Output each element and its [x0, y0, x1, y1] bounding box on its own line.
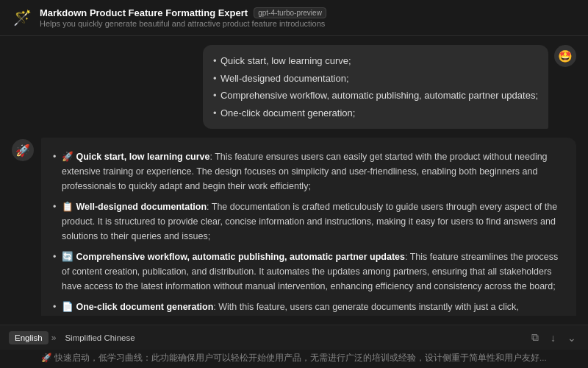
preview-emoji: 🚀	[41, 353, 51, 362]
feature-title: Quick start, low learning curve	[76, 152, 209, 162]
list-item: 📄 One-click document generation: With th…	[53, 297, 564, 316]
feature-emoji: 📋	[62, 202, 74, 212]
app-header: 🪄 Markdown Product Feature Formatting Ex…	[0, 0, 588, 36]
user-avatar: 🤩	[554, 45, 576, 67]
preview-text: 快速启动，低学习曲线：此功能确保用户可以轻松开始使用产品，无需进行广泛的培训或经…	[54, 353, 547, 362]
copy-button[interactable]: ⧉	[528, 330, 542, 345]
list-item: 🚀 Quick start, low learning curve: This …	[53, 146, 564, 197]
list-item: One-click document generation;	[213, 105, 538, 122]
app-logo: 🪄	[12, 7, 32, 28]
ai-avatar: 🚀	[12, 139, 34, 161]
header-title-block: Markdown Product Feature Formatting Expe…	[40, 7, 326, 28]
lang-to-button[interactable]: Simplified Chinese	[59, 331, 140, 344]
feature-title: One-click document generation	[76, 302, 213, 312]
ai-bubble: 🚀 Quick start, low learning curve: This …	[41, 138, 576, 316]
feature-emoji: 📄	[62, 302, 74, 312]
list-item: 🔄 Comprehensive workflow, automatic publ…	[53, 247, 564, 297]
user-feature-list: Quick start, low learning curve; Well-de…	[213, 52, 538, 121]
list-item: 📋 Well-designed documentation: The docum…	[53, 197, 564, 247]
feature-emoji: 🔄	[62, 252, 74, 262]
feature-emoji: 🚀	[62, 152, 74, 162]
user-message-row: Quick start, low learning curve; Well-de…	[12, 45, 576, 129]
messages-list: Quick start, low learning curve; Well-de…	[0, 45, 588, 316]
expand-button[interactable]: ⌄	[564, 330, 579, 345]
feature-title: Comprehensive workflow, automatic publis…	[76, 252, 405, 262]
model-badge: gpt-4-turbo-preview	[254, 7, 326, 18]
user-bubble: Quick start, low learning curve; Well-de…	[203, 45, 548, 129]
bottom-preview: 🚀快速启动，低学习曲线：此功能确保用户可以轻松开始使用产品，无需进行广泛的培训或…	[0, 350, 588, 368]
ai-feature-list: 🚀 Quick start, low learning curve: This …	[53, 146, 564, 316]
bottom-actions: ⧉ ↓ ⌄	[528, 330, 579, 345]
app-title: Markdown Product Feature Formatting Expe…	[40, 7, 248, 18]
lang-from-button[interactable]: English	[9, 331, 49, 344]
lang-arrow-icon: »	[51, 333, 57, 343]
ai-message-row: 🚀 🚀 Quick start, low learning curve: Thi…	[12, 138, 576, 316]
list-item: Quick start, low learning curve;	[213, 52, 538, 70]
download-button[interactable]: ↓	[548, 330, 559, 345]
app-subtitle: Helps you quickly generate beautiful and…	[40, 19, 326, 28]
feature-title: Well-designed documentation	[76, 202, 207, 212]
chat-area: Quick start, low learning curve; Well-de…	[0, 36, 588, 325]
bottom-bar: English » Simplified Chinese ⧉ ↓ ⌄	[0, 325, 588, 350]
list-item: Well-designed documentation;	[213, 70, 538, 88]
list-item: Comprehensive workflow, automatic publis…	[213, 87, 538, 105]
